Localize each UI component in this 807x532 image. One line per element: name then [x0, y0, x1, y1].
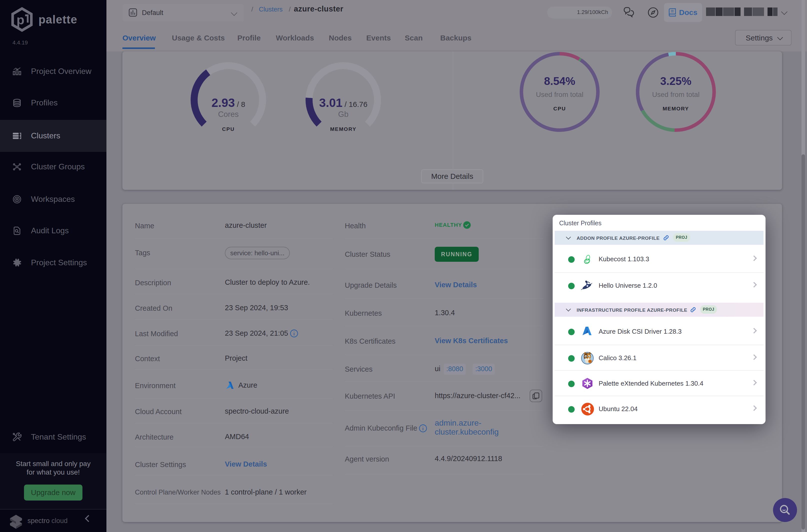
svg-text:p: p: [17, 13, 24, 27]
